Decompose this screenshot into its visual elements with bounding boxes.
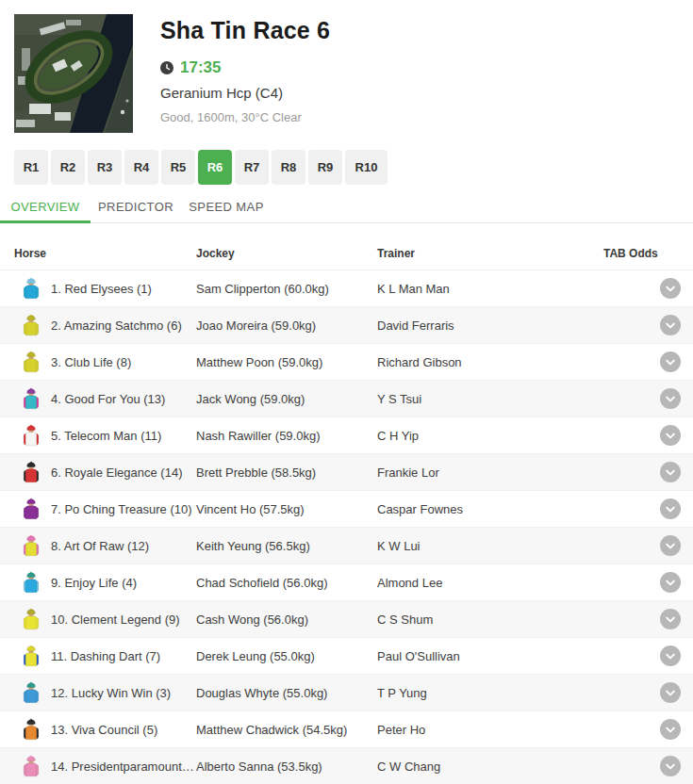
tab-overview[interactable]: OVERVIEW	[0, 191, 91, 222]
tab-odds-cell	[603, 278, 693, 299]
race-tab-r1[interactable]: R1	[14, 150, 48, 185]
horse-name: 5. Telecom Man (11)	[51, 429, 161, 443]
table-row[interactable]: 7. Po Ching Treasure (10) Vincent Ho (57…	[0, 491, 693, 528]
horse-name: 1. Red Elysees (1)	[51, 282, 152, 296]
table-row[interactable]: 9. Enjoy Life (4) Chad Schofield (56.0kg…	[0, 564, 693, 601]
chevron-down-icon[interactable]	[660, 572, 681, 593]
jockey-silk-icon	[22, 533, 41, 558]
table-row[interactable]: 6. Royale Elegance (14) Brett Prebble (5…	[0, 454, 693, 491]
table-row[interactable]: 8. Art Of Raw (12) Keith Yeung (56.5kg) …	[0, 528, 693, 564]
jockey-silk-icon	[22, 717, 41, 742]
view-tabs: OVERVIEWPREDICTORSPEED MAP	[0, 191, 693, 223]
table-row[interactable]: 12. Lucky Win Win (3) Douglas Whyte (55.…	[0, 675, 693, 711]
table-row[interactable]: 2. Amazing Satchmo (6) Joao Moreira (59.…	[0, 307, 693, 344]
table-row[interactable]: 13. Viva Council (5) Matthew Chadwick (5…	[0, 711, 693, 748]
horse-cell: 10. Clement Legend (9)	[14, 607, 196, 631]
jockey-silk-icon	[22, 754, 41, 778]
horse-name: 10. Clement Legend (9)	[51, 612, 180, 627]
table-row[interactable]: 5. Telecom Man (11) Nash Rawiller (59.0k…	[0, 417, 693, 454]
column-header-jockey: Jockey	[196, 247, 377, 260]
horse-name: 4. Good For You (13)	[51, 392, 165, 406]
jockey-name: Matthew Chadwick (54.5kg)	[196, 723, 377, 737]
race-info: Sha Tin Race 6 17:35 Geranium Hcp (C4) G…	[160, 14, 330, 133]
horse-name: 11. Dashing Dart (7)	[51, 649, 160, 663]
race-tab-r3[interactable]: R3	[88, 150, 122, 185]
table-header: Horse Jockey Trainer TAB Odds	[0, 223, 693, 270]
jockey-name: Vincent Ho (57.5kg)	[196, 502, 377, 516]
race-tab-r10[interactable]: R10	[345, 150, 388, 185]
jockey-silk-icon	[22, 607, 41, 631]
tab-odds-cell	[603, 462, 693, 482]
horse-cell: 1. Red Elysees (1)	[14, 276, 196, 301]
jockey-silk-icon	[22, 680, 41, 705]
trainer-name: C S Shum	[377, 612, 603, 627]
trainer-name: T P Yung	[377, 686, 603, 700]
track-satellite-image	[14, 14, 133, 133]
race-tab-r8[interactable]: R8	[272, 150, 305, 185]
trainer-name: Peter Ho	[377, 723, 603, 737]
column-header-horse: Horse	[14, 247, 196, 260]
chevron-down-icon[interactable]	[660, 315, 681, 335]
chevron-down-icon[interactable]	[660, 609, 681, 629]
horse-cell: 14. Presidentparamount…	[14, 754, 196, 778]
chevron-down-icon[interactable]	[660, 278, 681, 299]
chevron-down-icon[interactable]	[660, 756, 681, 776]
jockey-name: Matthew Poon (59.0kg)	[196, 355, 377, 369]
chevron-down-icon[interactable]	[660, 462, 681, 482]
table-row[interactable]: 11. Dashing Dart (7) Derek Leung (55.0kg…	[0, 638, 693, 675]
race-tab-r6[interactable]: R6	[198, 150, 232, 185]
trainer-name: Caspar Fownes	[377, 502, 603, 516]
tab-odds-cell	[603, 315, 693, 335]
jockey-name: Joao Moreira (59.0kg)	[196, 318, 377, 333]
trainer-name: K W Lui	[377, 539, 603, 553]
horse-name: 12. Lucky Win Win (3)	[51, 686, 171, 700]
jockey-name: Douglas Whyte (55.0kg)	[196, 686, 377, 700]
chevron-down-icon[interactable]	[660, 535, 681, 556]
jockey-silk-icon	[22, 644, 41, 668]
table-row[interactable]: 10. Clement Legend (9) Cash Wong (56.0kg…	[0, 601, 693, 638]
horse-cell: 9. Enjoy Life (4)	[14, 570, 196, 595]
horse-name: 6. Royale Elegance (14)	[51, 466, 182, 480]
horse-name: 8. Art Of Raw (12)	[51, 539, 149, 553]
trainer-name: Richard Gibson	[377, 355, 603, 369]
runners-table: Horse Jockey Trainer TAB Odds 1. Red Ely…	[0, 223, 693, 784]
horse-cell: 4. Good For You (13)	[14, 386, 196, 411]
table-row[interactable]: 4. Good For You (13) Jack Wong (59.0kg) …	[0, 381, 693, 417]
column-header-trainer: Trainer	[377, 247, 603, 260]
chevron-down-icon[interactable]	[660, 645, 681, 666]
jockey-name: Derek Leung (55.0kg)	[196, 649, 377, 663]
jockey-silk-icon	[22, 570, 41, 595]
chevron-down-icon[interactable]	[660, 498, 681, 519]
horse-cell: 2. Amazing Satchmo (6)	[14, 313, 196, 337]
race-tab-r2[interactable]: R2	[51, 150, 85, 185]
horse-cell: 8. Art Of Raw (12)	[14, 533, 196, 558]
chevron-down-icon[interactable]	[660, 719, 681, 740]
race-conditions: Good, 1600m, 30°C Clear	[160, 110, 330, 124]
trainer-name: C H Yip	[377, 429, 603, 443]
chevron-down-icon[interactable]	[660, 682, 681, 703]
trainer-name: David Ferraris	[377, 318, 603, 333]
jockey-silk-icon	[22, 386, 41, 411]
jockey-name: Chad Schofield (56.0kg)	[196, 576, 377, 590]
table-row[interactable]: 14. Presidentparamount… Alberto Sanna (5…	[0, 748, 693, 784]
tab-predictor[interactable]: PREDICTOR	[91, 191, 181, 222]
race-tab-r4[interactable]: R4	[124, 150, 158, 185]
chevron-down-icon[interactable]	[660, 425, 681, 446]
horse-cell: 13. Viva Council (5)	[14, 717, 196, 742]
race-tab-r5[interactable]: R5	[161, 150, 195, 185]
jockey-silk-icon	[22, 497, 41, 521]
trainer-name: Frankie Lor	[377, 466, 603, 480]
race-start-time: 17:35	[180, 58, 221, 77]
tab-odds-cell	[603, 756, 693, 776]
table-row[interactable]: 1. Red Elysees (1) Sam Clipperton (60.0k…	[0, 270, 693, 307]
tab-speed-map[interactable]: SPEED MAP	[181, 191, 272, 222]
race-tab-r7[interactable]: R7	[235, 150, 269, 185]
trainer-name: Almond Lee	[377, 576, 603, 590]
race-number-tabs: R1R2R3R4R5R6R7R8R9R10	[14, 150, 693, 185]
jockey-name: Brett Prebble (58.5kg)	[196, 466, 377, 480]
race-tab-r9[interactable]: R9	[308, 150, 342, 185]
table-row[interactable]: 3. Club Life (8) Matthew Poon (59.0kg) R…	[0, 344, 693, 381]
horse-cell: 6. Royale Elegance (14)	[14, 460, 196, 484]
chevron-down-icon[interactable]	[660, 388, 681, 409]
chevron-down-icon[interactable]	[660, 351, 681, 372]
